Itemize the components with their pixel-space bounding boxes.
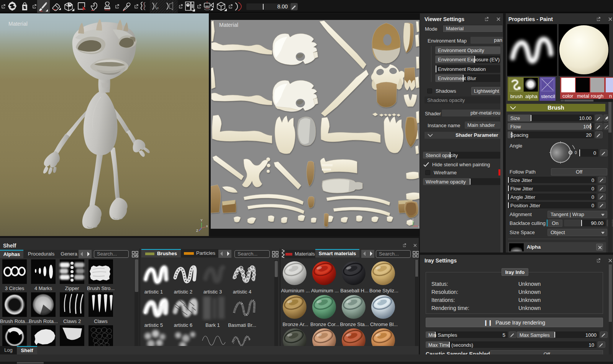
svg-text:8.00: 8.00 — [277, 3, 288, 10]
svg-text:Y: Y — [200, 218, 203, 222]
svg-text:x: x — [206, 224, 208, 228]
svg-text:x: x — [157, 6, 159, 10]
svg-text:Z: Z — [196, 229, 198, 233]
svg-text:Y: Y — [412, 218, 414, 221]
svg-text:0: 0 — [575, 151, 577, 155]
svg-text:u: u — [418, 225, 420, 228]
